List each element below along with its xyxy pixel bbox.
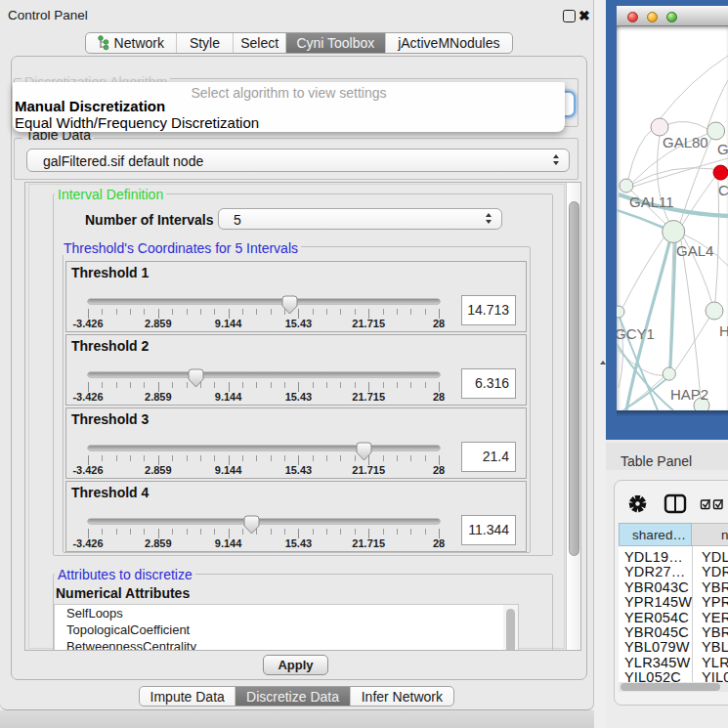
svg-text:HI: HI [719,322,728,339]
svg-text:GAL4: GAL4 [676,242,713,259]
svg-text:GAL80: GAL80 [663,134,708,150]
svg-text:CY: CY [718,182,728,198]
svg-text:GCY1: GCY1 [617,325,655,342]
svg-text:GAL11: GAL11 [629,193,674,210]
svg-text:HAP2: HAP2 [670,386,708,403]
svg-text:GAL: GAL [717,141,728,157]
